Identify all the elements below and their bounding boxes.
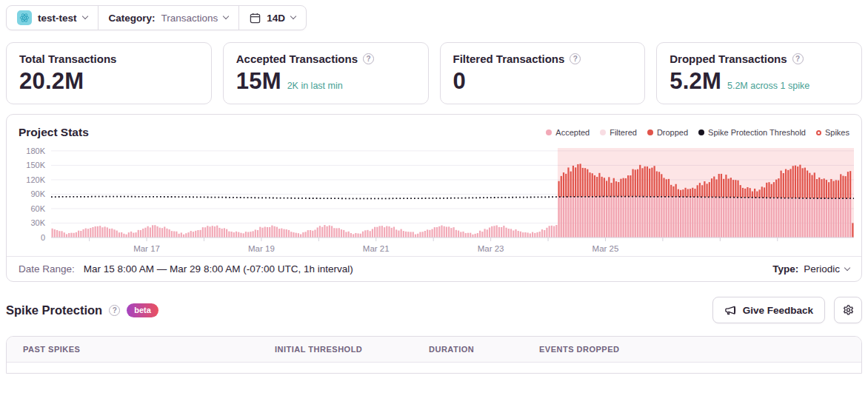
spike-protection-title: Spike Protection bbox=[6, 303, 102, 317]
period-value: 14D bbox=[267, 13, 285, 24]
give-feedback-button[interactable]: Give Feedback bbox=[712, 297, 825, 323]
chevron-down-icon bbox=[844, 264, 850, 270]
stat-card-value: 20.2M bbox=[19, 68, 84, 95]
spike-protection-section-head: Spike Protection ? beta Give Feedback bbox=[6, 297, 862, 323]
date-range-value: Mar 15 8:00 AM — Mar 29 8:00 AM (-07:00 … bbox=[84, 263, 353, 275]
legend-ring-icon bbox=[816, 130, 821, 135]
type-label: Type: bbox=[772, 263, 798, 275]
legend-dot-icon bbox=[600, 129, 606, 135]
column-header-duration: DURATION bbox=[429, 345, 539, 354]
svg-text:Mar 25: Mar 25 bbox=[592, 244, 619, 253]
stat-card-subtext: 5.2M across 1 spike bbox=[727, 81, 809, 91]
give-feedback-label: Give Feedback bbox=[743, 305, 813, 316]
stat-card-title: Total Transactions bbox=[19, 53, 116, 65]
svg-text:120K: 120K bbox=[26, 175, 45, 184]
legend-dot-icon bbox=[698, 129, 704, 135]
help-icon[interactable]: ? bbox=[570, 53, 581, 64]
stat-card-accepted: Accepted Transactions ? 15M 2K in last m… bbox=[223, 42, 429, 104]
svg-text:Mar 17: Mar 17 bbox=[133, 244, 160, 253]
gear-icon bbox=[842, 304, 855, 317]
svg-text:Mar 23: Mar 23 bbox=[478, 244, 504, 253]
legend-item-accepted[interactable]: Accepted bbox=[546, 128, 590, 137]
settings-button[interactable] bbox=[834, 297, 862, 323]
usage-stats-page: test-test Category: Transactions 14D bbox=[0, 0, 868, 379]
project-name: test-test bbox=[38, 13, 77, 24]
stat-card-title: Accepted Transactions bbox=[236, 53, 358, 65]
help-icon[interactable]: ? bbox=[109, 305, 120, 316]
stat-card-subtext: 2K in last min bbox=[287, 81, 343, 91]
svg-text:Mar 19: Mar 19 bbox=[248, 244, 275, 253]
help-icon[interactable]: ? bbox=[792, 53, 804, 64]
category-label: Category: bbox=[109, 13, 156, 24]
date-range-label: Date Range: bbox=[19, 263, 75, 275]
svg-text:Mar 21: Mar 21 bbox=[363, 244, 390, 253]
column-header-initial-threshold: INITIAL THRESHOLD bbox=[275, 345, 429, 354]
svg-text:90K: 90K bbox=[30, 189, 45, 198]
stat-card-value: 0 bbox=[453, 68, 466, 95]
column-header-past-spikes: PAST SPIKES bbox=[23, 345, 275, 354]
period-selector[interactable]: 14D bbox=[239, 6, 306, 30]
legend-label: Filtered bbox=[610, 128, 637, 137]
chart-legend: AcceptedFilteredDroppedSpike Protection … bbox=[546, 128, 849, 137]
legend-label: Spikes bbox=[825, 128, 849, 137]
category-value: Transactions bbox=[161, 13, 218, 24]
legend-item-spikes[interactable]: Spikes bbox=[816, 128, 849, 137]
column-header-events-dropped: EVENTS DROPPED bbox=[539, 345, 861, 354]
project-stats-card: Project Stats AcceptedFilteredDroppedSpi… bbox=[6, 114, 862, 282]
chart-title: Project Stats bbox=[19, 126, 89, 139]
svg-text:180K: 180K bbox=[26, 147, 45, 155]
stat-card-total: Total Transactions 20.2M bbox=[6, 42, 212, 104]
table-row bbox=[7, 363, 861, 373]
help-icon[interactable]: ? bbox=[363, 53, 374, 64]
svg-text:60K: 60K bbox=[30, 204, 45, 213]
stat-card-title: Filtered Transactions bbox=[453, 53, 565, 65]
legend-label: Dropped bbox=[657, 128, 688, 137]
chevron-down-icon bbox=[223, 13, 229, 19]
stat-card-value: 5.2M bbox=[670, 68, 721, 95]
chevron-down-icon bbox=[81, 13, 87, 19]
date-range-row: Date Range: Mar 15 8:00 AM — Mar 29 8:00… bbox=[7, 256, 861, 281]
past-spikes-table: PAST SPIKES INITIAL THRESHOLD DURATION E… bbox=[6, 336, 862, 374]
calendar-icon bbox=[250, 13, 261, 24]
legend-item-filtered[interactable]: Filtered bbox=[600, 128, 637, 137]
svg-text:30K: 30K bbox=[30, 218, 45, 227]
legend-label: Accepted bbox=[555, 128, 590, 137]
category-selector[interactable]: Category: Transactions bbox=[99, 6, 239, 30]
stat-card-title: Dropped Transactions bbox=[670, 53, 787, 65]
legend-dot-icon bbox=[546, 129, 552, 135]
beta-badge: beta bbox=[127, 303, 158, 317]
stat-cards-row: Total Transactions 20.2M Accepted Transa… bbox=[6, 42, 862, 104]
megaphone-icon bbox=[724, 304, 737, 317]
filters-toolbar: test-test Category: Transactions 14D bbox=[6, 5, 307, 30]
stat-card-filtered: Filtered Transactions ? 0 bbox=[440, 42, 646, 104]
type-value: Periodic bbox=[804, 263, 840, 275]
project-selector[interactable]: test-test bbox=[7, 6, 98, 30]
svg-text:150K: 150K bbox=[26, 161, 45, 169]
legend-label: Spike Protection Threshold bbox=[708, 128, 806, 137]
svg-text:0: 0 bbox=[41, 233, 45, 242]
table-header-row: PAST SPIKES INITIAL THRESHOLD DURATION E… bbox=[7, 337, 861, 363]
stat-card-dropped: Dropped Transactions ? 5.2M 5.2M across … bbox=[656, 42, 862, 104]
project-stats-chart[interactable]: 180K150K120K90K60K30K0Mar 17Mar 19Mar 21… bbox=[16, 141, 860, 256]
legend-item-spike-protection-threshold[interactable]: Spike Protection Threshold bbox=[698, 128, 806, 137]
legend-dot-icon bbox=[647, 129, 653, 135]
type-selector[interactable]: Type: Periodic bbox=[772, 263, 849, 275]
legend-item-dropped[interactable]: Dropped bbox=[647, 128, 688, 137]
stat-card-value: 15M bbox=[236, 68, 281, 95]
react-platform-icon bbox=[17, 10, 32, 25]
chevron-down-icon bbox=[290, 13, 296, 19]
